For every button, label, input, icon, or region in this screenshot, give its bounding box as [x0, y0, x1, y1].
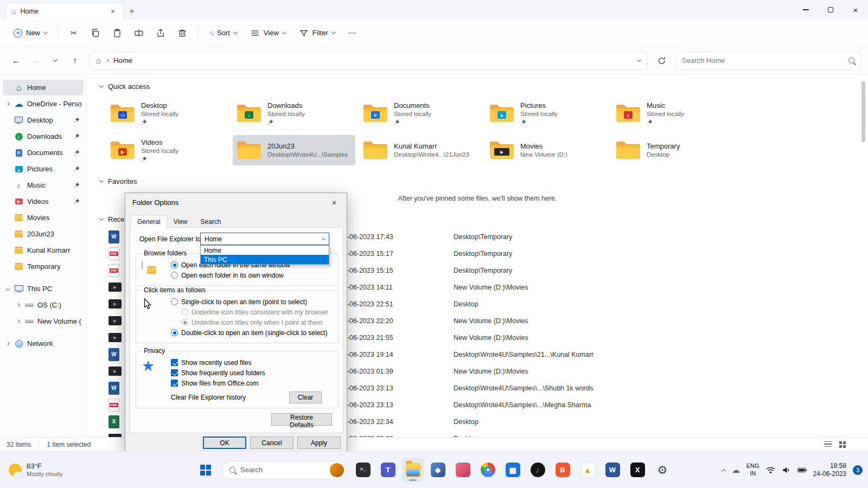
section-quick-access[interactable]: Quick access [100, 82, 868, 91]
delete-button[interactable] [172, 24, 193, 42]
section-favorites[interactable]: Favorites [100, 177, 868, 185]
taskbar-app-button[interactable] [452, 458, 474, 482]
checkbox-office-files[interactable]: Show files from Office.com [171, 378, 335, 388]
sidebar-item[interactable]: Downloads [3, 129, 84, 144]
collapse-chevron-icon[interactable] [99, 178, 104, 183]
radio-icon[interactable] [171, 329, 178, 336]
battery-icon[interactable] [797, 466, 807, 474]
quick-access-tile[interactable]: Movies New Volume (D:) [486, 135, 608, 165]
taskbar-app-button[interactable]: W [602, 458, 623, 482]
cancel-button[interactable]: Cancel [250, 436, 293, 449]
radio-own-window[interactable]: Open each folder in its own window [171, 270, 335, 280]
search-highlight-icon[interactable] [330, 463, 344, 477]
cloud-icon[interactable]: ☁ [732, 465, 740, 475]
more-button[interactable]: ··· [342, 24, 363, 42]
sort-button[interactable]: ↑↓ Sort [203, 24, 243, 42]
sidebar-item[interactable]: 20Jun23 [3, 226, 84, 242]
dropdown-option[interactable]: Home [201, 246, 329, 255]
details-view-icon[interactable] [824, 441, 832, 448]
radio-icon[interactable] [171, 272, 178, 279]
sidebar-item[interactable]: Network [3, 336, 84, 351]
sidebar-item[interactable]: Music [3, 177, 84, 193]
minimize-button[interactable] [793, 0, 818, 20]
sidebar-item[interactable]: Pictures [3, 161, 84, 177]
checkbox-recent-files[interactable]: Show recently used files [171, 357, 335, 368]
quick-access-tile[interactable]: Videos Stored locally [106, 135, 229, 165]
sidebar-item[interactable]: Desktop [3, 112, 84, 128]
taskbar-app-button[interactable]: B [552, 458, 573, 482]
close-button[interactable]: × [843, 0, 868, 20]
sidebar-item[interactable]: OS (C:) [13, 297, 84, 313]
sidebar-item[interactable]: Home [3, 80, 84, 95]
quick-access-tile[interactable]: Temporary Desktop [612, 135, 735, 165]
back-button[interactable]: ← [8, 52, 25, 69]
new-tab-button[interactable]: + [124, 3, 140, 20]
sidebar-item[interactable]: Kunal Kumarr [3, 242, 84, 258]
expand-chevron[interactable] [5, 119, 10, 121]
wifi-icon[interactable] [766, 466, 775, 474]
dialog-tab[interactable]: General [131, 215, 167, 229]
filter-button[interactable]: Filter [293, 24, 341, 42]
taskbar-app-button[interactable]: ◆ [427, 458, 449, 482]
clock[interactable]: 18:58 24-06-2023 [813, 462, 846, 478]
expand-chevron[interactable] [5, 135, 10, 138]
expand-chevron[interactable] [5, 265, 10, 268]
quick-access-tile[interactable]: 20Jun23 Desktop\Wrote4U...\Samples [233, 135, 355, 165]
restore-defaults-button[interactable]: Restore Defaults [271, 413, 332, 426]
sidebar-item[interactable]: This PC [3, 281, 84, 297]
scrollbar-thumb[interactable] [861, 81, 865, 142]
breadcrumb[interactable]: ⌂ Home [89, 52, 648, 70]
dialog-close-button[interactable]: × [325, 195, 343, 209]
weather-widget[interactable]: 83°F Mostly cloudy [4, 460, 67, 480]
paste-button[interactable] [107, 24, 127, 42]
language-indicator[interactable]: ENG IN [746, 463, 760, 477]
collapse-chevron-icon[interactable] [99, 84, 104, 88]
checkbox-icon[interactable] [171, 359, 178, 366]
taskbar-app-button[interactable]: X [627, 458, 648, 482]
taskbar-search[interactable]: Search [222, 461, 347, 479]
expand-chevron[interactable] [15, 304, 21, 306]
expand-chevron[interactable] [5, 102, 10, 105]
rename-button[interactable] [129, 24, 149, 42]
sidebar-item[interactable]: Videos [3, 194, 84, 209]
quick-access-tile[interactable]: Kunal Kumarr Desktop\Wrote4...\21Jun23 [359, 135, 482, 165]
open-to-combobox[interactable]: Home [200, 233, 329, 245]
volume-icon[interactable] [782, 466, 791, 474]
share-button[interactable] [150, 24, 171, 42]
notification-badge[interactable]: 3 [853, 465, 863, 475]
copy-button[interactable] [85, 24, 106, 42]
taskbar-app-button[interactable]: T [377, 458, 399, 482]
clear-button[interactable]: Clear [289, 391, 322, 403]
expand-chevron[interactable] [5, 233, 10, 235]
quick-access-tile[interactable]: Documents Stored locally [359, 98, 482, 129]
apply-button[interactable]: Apply [297, 436, 341, 449]
sidebar-item[interactable]: Documents [3, 145, 84, 160]
expand-chevron[interactable] [5, 249, 10, 252]
checkbox-icon[interactable] [171, 380, 178, 387]
forward-button[interactable]: → [27, 52, 44, 69]
quick-access-tile[interactable]: Downloads Stored locally [233, 98, 355, 129]
breadcrumb-item-home[interactable]: Home [113, 56, 132, 65]
sidebar-item[interactable]: New Volume (D:) [13, 313, 84, 329]
expand-chevron[interactable] [5, 216, 10, 219]
expand-chevron[interactable] [5, 342, 10, 345]
collapse-chevron-icon[interactable] [99, 216, 104, 221]
taskbar-app-button[interactable] [477, 458, 499, 482]
view-button[interactable]: View [244, 24, 292, 42]
up-button[interactable]: ↑ [66, 52, 84, 69]
expand-chevron[interactable] [5, 287, 10, 290]
vertical-scrollbar[interactable] [861, 77, 866, 437]
sidebar-item[interactable]: Temporary [3, 259, 84, 274]
address-dropdown-icon[interactable] [637, 57, 641, 61]
new-button[interactable]: + New [8, 24, 53, 42]
start-button[interactable] [195, 458, 216, 482]
quick-access-tile[interactable]: Pictures Stored locally [486, 98, 608, 129]
recent-locations-button[interactable] [47, 52, 64, 69]
radio-double-click[interactable]: Double-click to open an item (single-cli… [171, 328, 335, 338]
taskbar-app-button[interactable]: >_ [352, 458, 374, 482]
quick-access-tile[interactable]: Desktop Stored locally [106, 98, 229, 129]
taskbar-app-button[interactable]: ▦ [502, 458, 524, 482]
expand-chevron[interactable] [5, 151, 10, 154]
refresh-button[interactable] [653, 52, 671, 69]
taskbar-app-button[interactable]: ⚙ [652, 458, 673, 482]
